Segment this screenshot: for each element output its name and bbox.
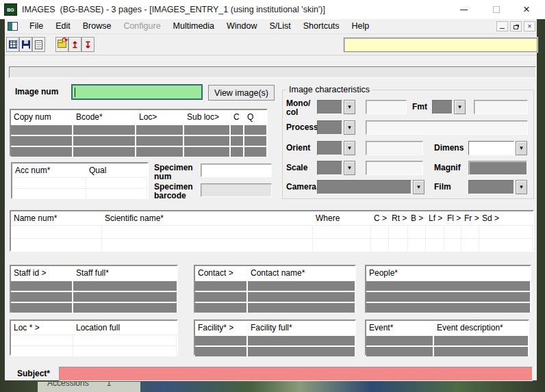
table-row[interactable] xyxy=(195,292,355,302)
process-text-field[interactable] xyxy=(366,120,528,135)
chevron-down-icon[interactable]: ▼ xyxy=(516,141,527,155)
view-images-button[interactable]: View image(s) xyxy=(208,85,275,101)
fmt-text-field[interactable] xyxy=(474,100,528,114)
menu-slist[interactable]: S/List xyxy=(264,19,297,34)
insert-row-below-button[interactable]: ↧ xyxy=(81,37,94,52)
table-row[interactable] xyxy=(12,177,147,188)
magnif-field[interactable] xyxy=(468,161,527,175)
table-row[interactable] xyxy=(11,281,177,291)
table-row[interactable] xyxy=(195,281,355,291)
dropdown-value xyxy=(468,180,514,194)
table-header: Acc num* Qual xyxy=(12,164,147,177)
chevron-down-icon[interactable]: ▼ xyxy=(344,161,355,175)
maximize-button[interactable] xyxy=(485,0,508,19)
table-row[interactable] xyxy=(366,347,528,356)
process-dropdown[interactable]: ▼ xyxy=(317,120,355,135)
film-dropdown[interactable]: ▼ xyxy=(468,180,527,194)
table-row[interactable] xyxy=(195,347,355,356)
chevron-down-icon[interactable]: ▼ xyxy=(344,141,355,155)
minimize-button[interactable] xyxy=(452,0,475,19)
mono-col-dropdown[interactable]: ▼ xyxy=(317,100,355,114)
table-header: Copy num Bcode* Loc> Sub loc> C Q xyxy=(11,110,266,124)
scale-dropdown[interactable]: ▼ xyxy=(317,161,355,175)
chevron-down-icon[interactable]: ▼ xyxy=(413,180,424,194)
facility-table: Facility* > Facility full* xyxy=(194,319,356,356)
app-icon: BG xyxy=(4,3,17,16)
menu-window[interactable]: Window xyxy=(220,19,263,34)
col-facility: Facility* > xyxy=(195,321,248,335)
specimen-barcode-input[interactable] xyxy=(201,183,272,197)
insert-below-icon: ↧ xyxy=(84,40,92,49)
table-row[interactable] xyxy=(11,303,177,313)
col-event: Event* xyxy=(366,321,434,335)
maximize-icon xyxy=(493,6,500,13)
fmt-dropdown[interactable]: ▼ xyxy=(432,100,466,114)
menu-multimedia[interactable]: Multimedia xyxy=(167,19,220,34)
background-window-fragment: Accessions 1 xyxy=(38,382,140,392)
dimens-dropdown[interactable]: ▼ xyxy=(468,141,527,155)
table-header: Event* Event description* xyxy=(366,321,528,335)
col-fl: Fl > xyxy=(444,211,461,225)
insert-above-icon: ↥ xyxy=(71,40,79,49)
minimize-icon xyxy=(460,10,468,10)
menu-help[interactable]: Help xyxy=(346,19,376,34)
close-button[interactable]: × xyxy=(515,0,538,19)
orient-dropdown[interactable]: ▼ xyxy=(317,141,355,155)
specimen-num-input[interactable] xyxy=(201,164,272,177)
chevron-down-icon[interactable]: ▼ xyxy=(516,180,527,194)
table-row[interactable] xyxy=(11,345,177,356)
title-bar: BG IMAGES (BG-BASE) - 3 pages - [IMAGES_… xyxy=(0,0,545,19)
menu-browse[interactable]: Browse xyxy=(77,19,118,34)
entry-form-button[interactable] xyxy=(32,37,45,52)
table-row[interactable] xyxy=(366,281,530,291)
col-c: C xyxy=(231,110,244,124)
orient-text-field[interactable] xyxy=(366,141,423,155)
col-contact: Contact > xyxy=(195,266,248,280)
menu-file[interactable]: File xyxy=(23,19,49,34)
table-row[interactable] xyxy=(195,336,355,345)
people-table: People* xyxy=(365,265,531,313)
chevron-down-icon[interactable]: ▼ xyxy=(454,100,466,114)
camera-dropdown[interactable]: ▼ xyxy=(317,180,424,194)
image-num-input[interactable] xyxy=(71,84,203,100)
open-folder-icon xyxy=(58,41,66,48)
quick-search-input[interactable] xyxy=(344,38,537,52)
subject-input[interactable] xyxy=(59,367,533,381)
save-button[interactable] xyxy=(19,37,32,52)
table-row[interactable] xyxy=(11,238,533,251)
table-row[interactable] xyxy=(195,303,355,313)
col-where: Where xyxy=(313,211,371,225)
table-row[interactable] xyxy=(366,336,528,345)
table-row[interactable] xyxy=(11,225,533,238)
table-row[interactable] xyxy=(366,292,530,302)
camera-label: Camera xyxy=(286,183,316,192)
col-staff-full: Staff full* xyxy=(73,266,177,280)
table-row[interactable] xyxy=(11,147,266,157)
open-folder-button[interactable] xyxy=(55,37,68,52)
menu-edit[interactable]: Edit xyxy=(49,19,77,34)
mono-col-text-field[interactable] xyxy=(366,100,407,114)
table-row[interactable] xyxy=(11,125,266,135)
mdi-close-button[interactable]: × xyxy=(524,21,535,31)
table-row[interactable] xyxy=(11,292,177,302)
chevron-down-icon[interactable]: ▼ xyxy=(344,100,355,114)
col-location-full: Location full xyxy=(73,321,177,335)
table-row[interactable] xyxy=(11,136,266,146)
table-row[interactable] xyxy=(12,188,147,199)
mdi-document-icon[interactable] xyxy=(8,22,18,31)
insert-row-above-button[interactable]: ↥ xyxy=(68,37,81,52)
scale-label: Scale xyxy=(286,164,307,172)
chevron-down-icon[interactable]: ▼ xyxy=(344,120,355,135)
table-row[interactable] xyxy=(11,335,177,345)
col-loc: Loc> xyxy=(136,110,184,124)
table-row[interactable] xyxy=(366,303,530,313)
menu-bar: File Edit Browse Configure Multimedia Wi… xyxy=(5,19,537,34)
col-loc: Loc * > xyxy=(11,321,73,335)
mdi-minimize-button[interactable] xyxy=(496,21,508,31)
table-view-button[interactable] xyxy=(6,37,19,52)
menu-shortcuts[interactable]: Shortcuts xyxy=(297,19,346,34)
subject-label: Subject* xyxy=(17,369,50,378)
scale-text-field[interactable] xyxy=(366,161,423,175)
mdi-restore-button[interactable] xyxy=(510,21,522,31)
background-window-number: 1 xyxy=(107,382,112,392)
